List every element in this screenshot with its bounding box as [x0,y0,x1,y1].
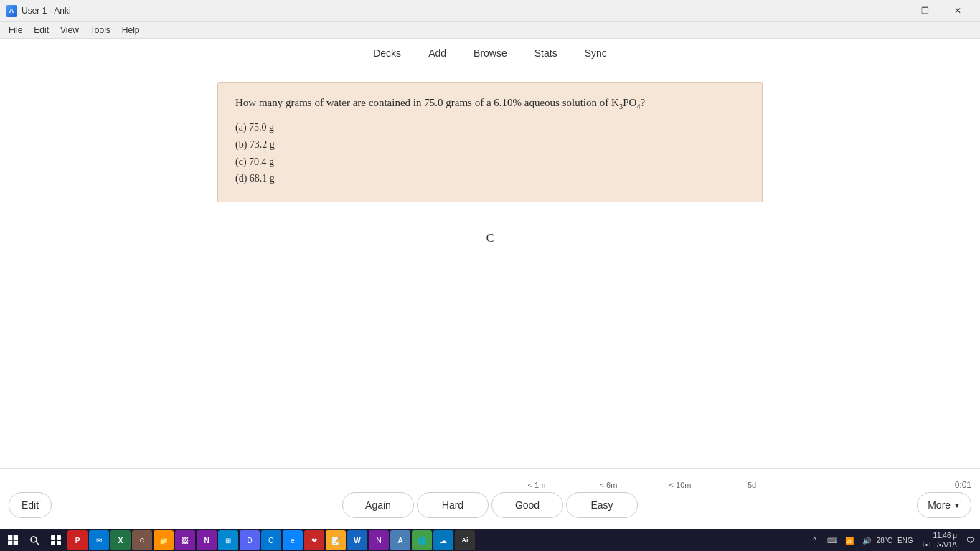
clock-time: 11:46 μ [921,531,957,540]
easy-button[interactable]: Easy [566,492,638,518]
good-button[interactable]: Good [491,492,563,518]
taskbar-ai[interactable]: Ai [455,530,475,550]
timing-good: < 10m [644,481,716,489]
nav-add[interactable]: Add [425,42,449,65]
answer-text: C [486,232,494,245]
menu-edit[interactable]: Edit [28,24,55,37]
main-content: How many grams of water are contained in… [0,67,980,468]
nav-browse[interactable]: Browse [471,42,510,65]
menu-help[interactable]: Help [116,24,146,37]
buttons-row: Edit Again Hard Good Easy More ▼ [0,492,980,518]
nav-decks[interactable]: Decks [370,42,404,65]
answer-option-d: (d) 68.1 g [235,170,745,187]
svg-point-4 [31,537,37,542]
titlebar-title: User 1 - Anki [22,6,71,16]
clock-date: Τ•ΤΕ/•Λ/1Λ [921,540,957,550]
taskbar-outlook[interactable]: O [261,530,281,550]
taskbar-right: ^ ⌨ 📶 🔊 28°C ENG 11:46 μ Τ•ΤΕ/•Λ/1Λ 🗨 [808,531,977,550]
taskbar-weather[interactable]: ☁ [433,530,453,550]
temperature-display: 28°C [877,537,892,545]
close-button[interactable]: ✕ [941,0,974,22]
chevron-up-icon[interactable]: ^ [808,533,822,547]
start-button[interactable] [3,530,23,550]
minimize-button[interactable]: — [875,0,908,22]
maximize-button[interactable]: ❐ [908,0,941,22]
taskbar-files[interactable]: 📁 [154,530,174,550]
svg-rect-0 [8,535,12,540]
svg-rect-6 [51,535,55,540]
taskbar-mail[interactable]: ✉ [89,530,109,550]
taskbar-discord[interactable]: D [240,530,260,550]
app-icon: A [6,5,17,17]
edit-button[interactable]: Edit [9,492,52,518]
menu-file[interactable]: File [3,24,28,37]
menu-tools[interactable]: Tools [85,24,116,37]
action-bar: < 1m < 6m < 10m 5d 0:01 Edit Again Hard … [0,468,980,529]
more-button[interactable]: More ▼ [917,492,971,518]
timing-row: < 1m < 6m < 10m 5d 0:01 [0,481,980,489]
timing-hard: < 6m [573,481,644,489]
menu-view[interactable]: View [55,24,85,37]
taskbar-edge[interactable]: e [283,530,303,550]
nav-sync[interactable]: Sync [582,42,610,65]
taskbar-grid[interactable]: ⊞ [218,530,238,550]
timing-easy: 5d [716,481,788,489]
question-card: How many grams of water are contained in… [217,82,763,202]
svg-rect-1 [14,535,18,540]
taskbar-browser[interactable]: 🌐 [412,530,432,550]
taskbar-onenote[interactable]: N [197,530,217,550]
svg-rect-3 [14,541,18,545]
more-label: More [928,499,951,511]
taskbar-photos[interactable]: 🖼 [175,530,195,550]
timer-display: 0:01 [955,480,971,490]
titlebar-left: A User 1 - Anki [6,5,71,17]
more-chevron-icon: ▼ [953,501,961,509]
answer-option-c: (c) 70.4 g [235,154,745,171]
taskbar-word[interactable]: W [347,530,367,550]
svg-line-5 [36,542,39,545]
svg-rect-9 [57,541,61,545]
taskview-button[interactable] [46,530,66,550]
hard-button[interactable]: Hard [417,492,489,518]
timing-again: < 1m [501,481,573,489]
keyboard-icon[interactable]: ⌨ [825,533,839,547]
menubar: File Edit View Tools Help [0,22,980,39]
clock[interactable]: 11:46 μ Τ•ΤΕ/•Λ/1Λ [918,531,960,550]
network-icon[interactable]: 📶 [842,533,857,547]
taskbar-left: P ✉ X C 📁 🖼 N ⊞ D O e ❤ 📝 W N A 🌐 ☁ Ai [3,530,475,550]
search-button[interactable] [24,530,44,550]
taskbar-excel[interactable]: X [110,530,131,550]
answer-area: C [486,217,494,245]
titlebar-controls: — ❐ ✕ [875,0,974,22]
navbar: Decks Add Browse Stats Sync [0,39,980,67]
answer-option-b: (b) 73.2 g [235,136,745,154]
taskbar-notes[interactable]: 📝 [326,530,346,550]
taskbar-app2[interactable]: ❤ [304,530,324,550]
taskbar-anki[interactable]: A [390,530,410,550]
notification-icon[interactable]: 🗨 [963,533,977,547]
svg-rect-7 [57,535,61,540]
svg-rect-8 [51,541,55,545]
taskbar-powerpoint[interactable]: P [67,530,88,550]
taskbar-app1[interactable]: C [132,530,152,550]
taskbar-onenote2[interactable]: N [369,530,389,550]
nav-stats[interactable]: Stats [532,42,560,65]
question-text: How many grams of water are contained in… [235,97,745,110]
taskbar: P ✉ X C 📁 🖼 N ⊞ D O e ❤ 📝 W N A 🌐 ☁ Ai ^… [0,529,980,551]
titlebar: A User 1 - Anki — ❐ ✕ [0,0,980,22]
language-display: ENG [897,537,913,545]
volume-icon[interactable]: 🔊 [859,533,874,547]
svg-rect-2 [8,541,12,545]
answer-option-a: (a) 75.0 g [235,119,745,136]
again-button[interactable]: Again [342,492,414,518]
